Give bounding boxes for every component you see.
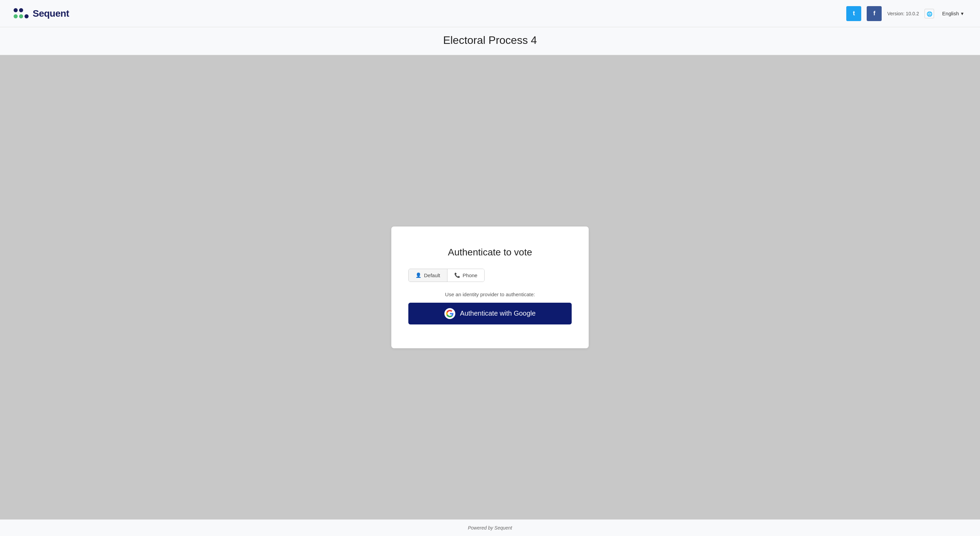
logo-dots xyxy=(14,8,29,19)
main-content: Authenticate to vote 👤 Default 📞 Phone U… xyxy=(0,55,980,519)
language-selector[interactable]: English ▾ xyxy=(940,9,966,18)
language-label: English xyxy=(942,11,959,16)
header-right: t f Version: 10.0.2 🌐 English ▾ xyxy=(846,6,966,21)
google-auth-button[interactable]: Authenticate with Google xyxy=(408,303,572,325)
dot-6 xyxy=(24,14,29,18)
page-title-area: Electoral Process 4 xyxy=(0,27,980,55)
twitter-button[interactable]: t xyxy=(846,6,861,21)
footer: Powered by Sequent xyxy=(0,519,980,536)
auth-card: Authenticate to vote 👤 Default 📞 Phone U… xyxy=(391,227,589,348)
dot-2 xyxy=(19,8,23,12)
auth-title: Authenticate to vote xyxy=(408,247,572,258)
tab-default-label: Default xyxy=(424,273,440,278)
translate-icon: 🌐 xyxy=(926,10,933,17)
footer-text: Powered by Sequent xyxy=(468,525,512,531)
auth-tabs: 👤 Default 📞 Phone xyxy=(408,269,485,282)
tab-phone-label: Phone xyxy=(463,273,477,278)
dot-4 xyxy=(14,14,18,18)
facebook-button[interactable]: f xyxy=(867,6,882,21)
logo-area: Sequent xyxy=(14,8,69,19)
tab-default[interactable]: 👤 Default xyxy=(409,269,447,282)
identity-provider-label: Use an identity provider to authenticate… xyxy=(408,292,572,297)
google-icon xyxy=(444,308,455,319)
dot-3 xyxy=(24,8,29,12)
logo-text: Sequent xyxy=(33,8,69,19)
header: Sequent t f Version: 10.0.2 🌐 English ▾ xyxy=(0,0,980,27)
version-text: Version: 10.0.2 xyxy=(887,11,919,16)
phone-icon: 📞 xyxy=(454,273,460,278)
page-title: Electoral Process 4 xyxy=(14,34,966,47)
google-auth-label: Authenticate with Google xyxy=(460,309,536,317)
language-icon: 🌐 xyxy=(924,9,934,18)
tab-phone[interactable]: 📞 Phone xyxy=(447,269,484,282)
google-g-svg xyxy=(446,310,453,317)
chevron-down-icon: ▾ xyxy=(961,11,964,17)
dot-1 xyxy=(14,8,18,12)
dot-5 xyxy=(19,14,23,18)
person-icon: 👤 xyxy=(415,273,421,278)
svg-text:🌐: 🌐 xyxy=(927,11,933,17)
